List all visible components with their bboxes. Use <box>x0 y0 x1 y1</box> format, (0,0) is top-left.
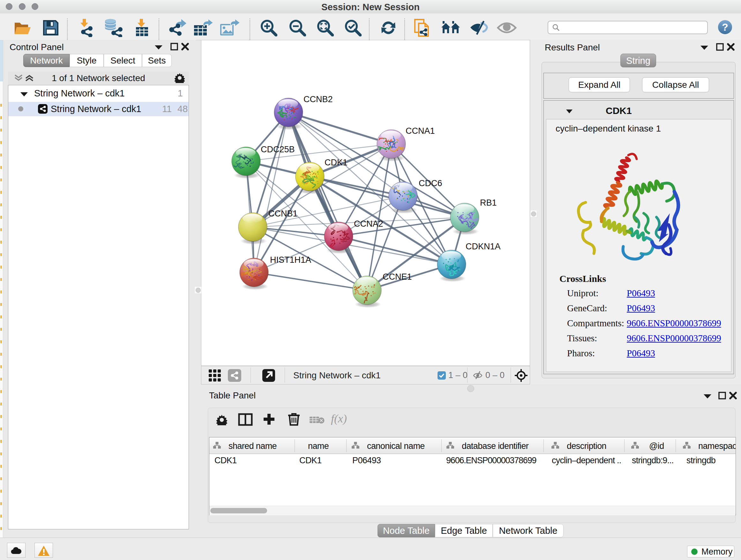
svg-text:HIST1H1A: HIST1H1A <box>270 255 311 265</box>
svg-text:RB1: RB1 <box>480 198 497 207</box>
svg-text:CDK1: CDK1 <box>325 158 347 167</box>
svg-text:CCNE1: CCNE1 <box>383 272 412 282</box>
svg-text:CCNB1: CCNB1 <box>268 209 298 219</box>
svg-text:CCNA1: CCNA1 <box>406 126 435 136</box>
svg-text:CCNA2: CCNA2 <box>354 219 383 229</box>
svg-text:CDKN1A: CDKN1A <box>466 242 501 251</box>
svg-text:CCNB2: CCNB2 <box>304 95 333 104</box>
svg-text:CDC6: CDC6 <box>419 179 442 188</box>
svg-text:CDC25B: CDC25B <box>261 145 295 154</box>
